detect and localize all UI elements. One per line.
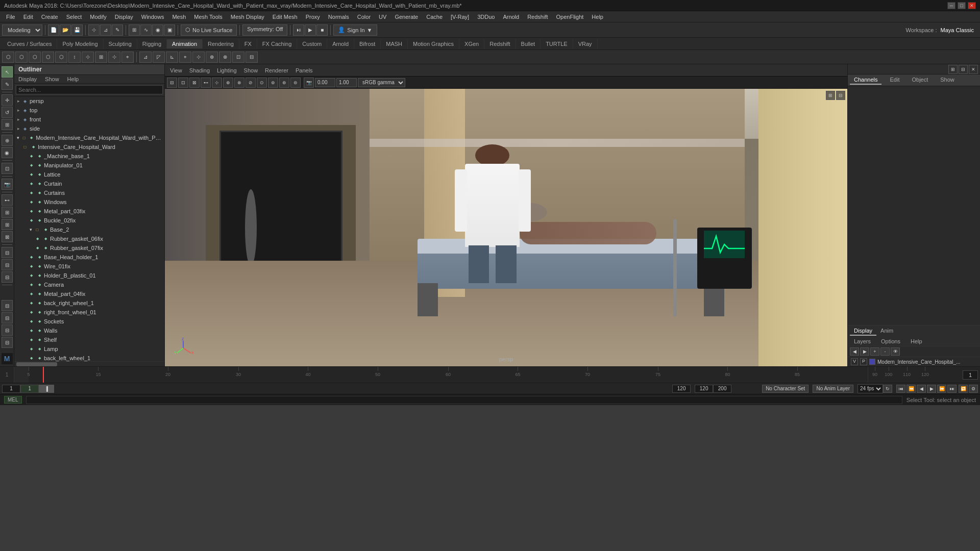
shelf-tab-curves-surfaces[interactable]: Curves / Surfaces	[2, 39, 57, 48]
vp-toolbar-btn-10[interactable]: ⊚	[268, 78, 278, 88]
end-frame-input[interactable]	[672, 385, 691, 393]
play-button-main[interactable]: ▶	[305, 24, 316, 36]
command-line-btn[interactable]: ⊟	[2, 337, 13, 348]
layer-vp-toggle[interactable]: V	[851, 358, 858, 365]
shelf-tab-custom[interactable]: Custom	[297, 39, 327, 48]
outliner-item-modern-intensive[interactable]: ▾ □ ◆ Modern_Intensive_Care_Hospital_War…	[14, 133, 164, 142]
stop-button[interactable]: ■	[316, 24, 328, 36]
shelf-tab-fx-caching[interactable]: FX Caching	[257, 39, 297, 48]
outliner-item-side[interactable]: ▸ ◈ side	[14, 124, 164, 133]
mel-python-toggle[interactable]: MEL	[4, 396, 22, 404]
vp-menu-panels[interactable]: Panels	[292, 66, 316, 74]
layer-nav-remove[interactable]: -	[880, 347, 890, 356]
layer-nav-back[interactable]: ◀	[850, 347, 859, 356]
vp-toolbar-btn-7[interactable]: ⊗	[234, 78, 244, 88]
paint-tool-button[interactable]: ✎	[112, 24, 123, 36]
snap-surface-btn[interactable]: ⊠	[2, 231, 13, 242]
shelf-btn-4[interactable]: ⬡	[42, 52, 54, 63]
shelf-tab-vray[interactable]: VRay	[573, 39, 598, 48]
outliner-item-back-right-wheel[interactable]: ◆ ◆ back_right_wheel_1	[14, 298, 164, 308]
shelf-btn-16[interactable]: ⊕	[206, 52, 218, 63]
snap-curve-button[interactable]: ∿	[140, 24, 152, 36]
shelf-btn-9[interactable]: ⊹	[108, 52, 120, 63]
outliner-item-intensive-care[interactable]: □ ◆ Intensive_Care_Hospital_Ward	[14, 142, 164, 152]
vp-toolbar-btn-2[interactable]: ⊡	[178, 78, 188, 88]
menu-color[interactable]: Color	[353, 13, 375, 21]
layers-menu[interactable]: Layers	[850, 337, 875, 345]
hscrollbar-thumb[interactable]	[16, 362, 57, 366]
shelf-btn-6[interactable]: ↕	[68, 52, 81, 63]
outliner-item-wire-01[interactable]: ◆ ◆ Wire_01fix	[14, 262, 164, 271]
cb-minimize-button[interactable]: ⊟	[959, 65, 968, 74]
shelf-tab-poly-modeling[interactable]: Poly Modeling	[57, 39, 103, 48]
vp-menu-show[interactable]: Show	[241, 66, 261, 74]
snap-surface-button[interactable]: ▣	[164, 24, 175, 36]
shelf-tab-animation[interactable]: Animation	[167, 39, 203, 48]
exposure-input[interactable]	[315, 78, 335, 87]
outliner-item-camera[interactable]: ◆ ◆ Camera	[14, 280, 164, 289]
edit-tab[interactable]: Edit	[886, 76, 903, 85]
ipr-render-btn[interactable]: ⊟	[2, 271, 13, 283]
step-forward-button[interactable]: ⏩	[937, 385, 946, 393]
outliner-item-walls[interactable]: ◆ ◆ Walls	[14, 326, 164, 335]
shelf-btn-10[interactable]: ⌖	[121, 52, 134, 63]
step-back-button[interactable]: ⏪	[906, 385, 916, 393]
select-tool-left[interactable]: ↖	[2, 66, 13, 78]
save-scene-button[interactable]: 💾	[71, 24, 83, 36]
vp-toolbar-btn-8[interactable]: ⊘	[246, 78, 256, 88]
skip-to-start-button[interactable]: ⏮	[896, 385, 905, 393]
playhead[interactable]	[43, 367, 44, 383]
outliner-item-lamp[interactable]: ◆ ◆ Lamp	[14, 344, 164, 354]
no-character-set-button[interactable]: No Character Set	[762, 385, 808, 393]
shelf-btn-17[interactable]: ⊗	[219, 52, 231, 63]
outliner-item-persp[interactable]: ▸ ◈ persp	[14, 96, 164, 106]
outliner-help-menu[interactable]: Help	[63, 75, 83, 83]
outliner-item-lattice[interactable]: ◆ ◆ Lattice	[14, 170, 164, 179]
universal-manip-tool[interactable]: ⊕	[2, 135, 13, 146]
menu-modify[interactable]: Modify	[86, 13, 110, 21]
outliner-item-curtain[interactable]: ◆ ◆ Curtain	[14, 179, 164, 188]
outliner-item-back-left-wheel[interactable]: ◆ ◆ back_left_wheel_1	[14, 354, 164, 361]
camera-icon-btn[interactable]: 📷	[304, 78, 314, 88]
outliner-display-menu[interactable]: Display	[14, 75, 41, 83]
layer-nav-forward[interactable]: ▶	[860, 347, 869, 356]
shelf-tab-bullet[interactable]: Bullet	[516, 39, 541, 48]
close-button[interactable]: ✕	[968, 2, 976, 9]
max-frame-input[interactable]	[713, 385, 731, 393]
loop-button[interactable]: 🔁	[959, 385, 968, 393]
menu-create[interactable]: Create	[37, 13, 62, 21]
no-anim-layer-button[interactable]: No Anim Layer	[813, 385, 853, 393]
shelf-tab-sculpting[interactable]: Sculpting	[104, 39, 137, 48]
object-tab[interactable]: Object	[908, 76, 932, 85]
snap-point-button[interactable]: ◉	[152, 24, 163, 36]
shelf-tab-motion-graphics[interactable]: Motion Graphics	[408, 39, 459, 48]
menu-normals[interactable]: Normals	[324, 13, 353, 21]
render-settings-btn[interactable]: ⊟	[2, 247, 13, 258]
camera-tool[interactable]: 📷	[2, 179, 13, 190]
vp-menu-view[interactable]: View	[167, 66, 185, 74]
shelf-btn-19[interactable]: ⊟	[246, 52, 258, 63]
shelf-btn-8[interactable]: ⊞	[95, 52, 107, 63]
vp-toolbar-btn-9[interactable]: ⊙	[257, 78, 267, 88]
viewport-canvas[interactable]: persp X Y Z ⊞ ⊟	[165, 89, 847, 366]
shelf-btn-14[interactable]: ⌖	[179, 52, 191, 63]
shelf-btn-12[interactable]: ◸	[153, 52, 165, 63]
play-forward-button[interactable]: ▶	[927, 385, 936, 393]
mode-dropdown[interactable]: Modeling	[2, 24, 42, 36]
vp-toolbar-btn-6[interactable]: ⊕	[223, 78, 233, 88]
shelf-tab-rendering[interactable]: Rendering	[203, 39, 239, 48]
shelf-btn-3[interactable]: ⬡	[29, 52, 41, 63]
settings-button[interactable]: ⚙	[969, 385, 978, 393]
outliner-item-sockets[interactable]: ◆ ◆ Sockets	[14, 317, 164, 326]
timeline-ruler[interactable]: 5 15 20 30 40 50 60 65 70 75 80 85	[29, 367, 868, 383]
outliner-item-top[interactable]: ▸ ◈ top	[14, 106, 164, 115]
vp-minimize-button[interactable]: ⊟	[836, 91, 845, 100]
menu-select[interactable]: Select	[62, 13, 86, 21]
maximize-button[interactable]: □	[958, 2, 966, 9]
menu-mesh-tools[interactable]: Mesh Tools	[190, 13, 226, 21]
gamma-select[interactable]: sRGB gamma	[358, 78, 405, 87]
render-region-btn[interactable]: ⊟	[2, 259, 13, 270]
cb-close-button[interactable]: ✕	[969, 65, 978, 74]
vp-toolbar-btn-3[interactable]: ⊠	[189, 78, 200, 88]
shelf-btn-15[interactable]: ⊹	[192, 52, 205, 63]
